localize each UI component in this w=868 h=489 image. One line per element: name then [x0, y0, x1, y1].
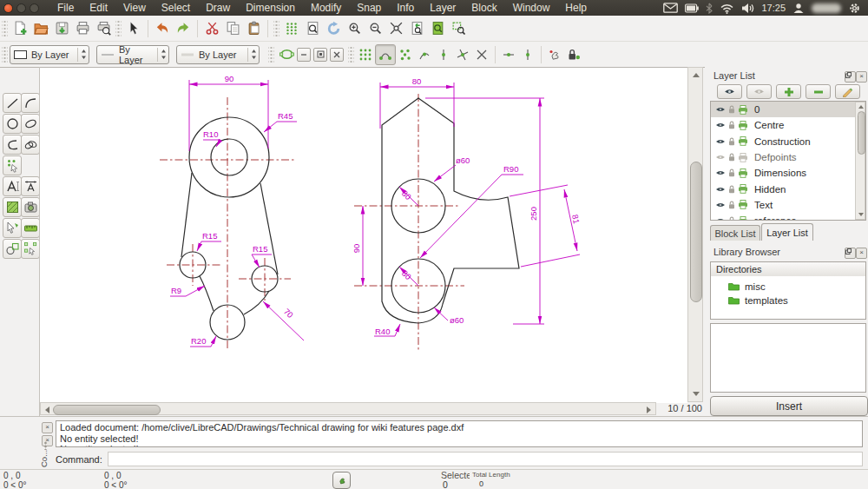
toolbar-handle[interactable] [115, 21, 122, 36]
menu-item[interactable]: Help [557, 0, 595, 16]
set-relative-zero-button[interactable] [545, 45, 564, 64]
measure-tool-button[interactable] [21, 218, 40, 238]
deselect-all-button[interactable] [330, 48, 344, 62]
select-entity-button[interactable] [276, 44, 297, 65]
grab-mode-button[interactable] [332, 472, 351, 489]
canvas-vertical-scrollbar[interactable] [687, 67, 703, 402]
modify-layer-button[interactable] [835, 84, 860, 99]
menu-item[interactable]: Draw [198, 0, 238, 16]
wifi-icon[interactable] [720, 3, 734, 14]
layer-lock-icon[interactable] [728, 185, 735, 194]
menu-item[interactable]: Snap [349, 0, 389, 16]
layer-visibility-icon[interactable] [715, 122, 726, 129]
library-float-button[interactable] [845, 248, 856, 259]
toolbar-handle[interactable] [268, 47, 274, 63]
add-layer-button[interactable] [776, 84, 801, 99]
layer-lock-icon[interactable] [728, 121, 735, 129]
menu-item[interactable]: File [49, 0, 82, 16]
menu-item[interactable]: Select [154, 0, 198, 16]
show-all-layers-button[interactable] [717, 84, 742, 99]
circle-tool-button[interactable] [3, 114, 22, 134]
paste-button[interactable] [243, 18, 264, 39]
zoom-previous-button[interactable] [406, 18, 427, 39]
text-tool-button[interactable] [3, 176, 22, 196]
redo-button[interactable] [173, 18, 194, 39]
zoom-page-button[interactable] [427, 18, 448, 39]
window-maximize-button[interactable] [30, 3, 39, 13]
scroll-up-arrow[interactable] [693, 73, 700, 77]
snap-endpoint-button[interactable] [375, 44, 396, 65]
layer-visibility-icon[interactable] [715, 169, 726, 176]
print-preview-button[interactable] [93, 18, 114, 39]
layer-row[interactable]: 0 [711, 102, 865, 117]
layer-print-icon[interactable] [738, 216, 748, 221]
layer-row[interactable]: reference [711, 213, 865, 221]
toolbar-handle[interactable] [2, 21, 8, 36]
layer-visibility-icon[interactable] [715, 154, 726, 161]
undo-button[interactable] [152, 18, 173, 39]
cut-button[interactable] [201, 18, 222, 39]
battery-icon[interactable] [685, 3, 699, 13]
dimension-tool-button[interactable] [21, 176, 40, 196]
zoom-in-button[interactable] [344, 18, 365, 39]
layer-lock-icon[interactable] [728, 105, 735, 114]
snap-distance-button[interactable] [472, 45, 491, 64]
arc-tool-button[interactable] [21, 93, 40, 113]
copy-button[interactable] [222, 18, 243, 39]
snap-center-button[interactable] [415, 45, 434, 64]
scroll-right-arrow[interactable] [647, 406, 651, 413]
layer-lock-icon[interactable] [728, 153, 735, 162]
username-redacted[interactable] [812, 3, 841, 13]
combo-spinner[interactable] [247, 48, 257, 62]
select-window-button[interactable] [313, 48, 327, 62]
layer-print-icon[interactable] [738, 169, 748, 178]
layer-list-scrollbar[interactable] [855, 102, 865, 220]
snap-intersection-button[interactable] [453, 45, 472, 64]
vertical-scroll-thumb[interactable] [690, 162, 702, 302]
layer-lock-icon[interactable] [728, 216, 735, 221]
layer-panel-close-button[interactable]: × [856, 71, 867, 83]
deselect-button[interactable] [297, 48, 311, 62]
user-icon[interactable] [792, 3, 805, 14]
menu-item[interactable]: Window [505, 0, 558, 16]
gear-icon[interactable] [848, 2, 861, 15]
hide-all-layers-button[interactable] [746, 84, 772, 99]
layer-print-icon[interactable] [738, 136, 748, 146]
zoom-document-button[interactable] [302, 18, 323, 39]
command-input[interactable] [108, 452, 863, 466]
zoom-window-button[interactable] [448, 18, 469, 39]
snap-on-entity-button[interactable] [396, 45, 415, 64]
drawing-canvas[interactable]: 90 R45 R10 R15 R15 R9 R20 70 80 90 250 8… [40, 67, 687, 403]
points-tool-button[interactable] [3, 155, 22, 175]
open-file-button[interactable] [30, 18, 51, 39]
linetype-combo[interactable]: By Layer [96, 45, 169, 64]
zoom-auto-button[interactable] [385, 18, 406, 39]
spline-tool-button[interactable] [21, 135, 40, 155]
print-button[interactable] [72, 18, 93, 39]
snap-middle-button[interactable] [434, 45, 453, 64]
layer-panel-float-button[interactable] [845, 71, 856, 83]
pointer-tool-button[interactable] [123, 18, 144, 39]
layer-print-icon[interactable] [738, 153, 748, 162]
layer-row[interactable]: Construction [711, 134, 865, 149]
toolbar-handle[interactable] [348, 47, 354, 63]
library-item-list[interactable] [710, 323, 866, 393]
menu-item[interactable]: Info [389, 0, 422, 16]
directory-item[interactable]: misc [711, 280, 865, 294]
layer-row[interactable]: Defpoints [711, 149, 865, 165]
save-button[interactable] [51, 18, 72, 39]
layer-lock-icon[interactable] [728, 201, 735, 209]
redraw-button[interactable] [323, 18, 344, 39]
line-tool-button[interactable] [3, 93, 22, 113]
modify-tool-button[interactable] [3, 218, 22, 238]
message-history[interactable]: Loaded document: /home/clive/LibreCAD/Dr… [56, 420, 863, 447]
directory-item[interactable]: templates [711, 294, 865, 307]
window-minimize-button[interactable] [16, 3, 26, 13]
polyline-tool-button[interactable] [3, 135, 22, 155]
new-file-button[interactable] [10, 18, 30, 39]
grid-toggle-button[interactable] [281, 18, 302, 39]
scroll-down-arrow[interactable] [858, 213, 864, 216]
toolbar-handle[interactable] [273, 21, 279, 36]
layer-row[interactable]: Dimensions [711, 165, 865, 181]
remove-layer-button[interactable] [806, 84, 831, 99]
